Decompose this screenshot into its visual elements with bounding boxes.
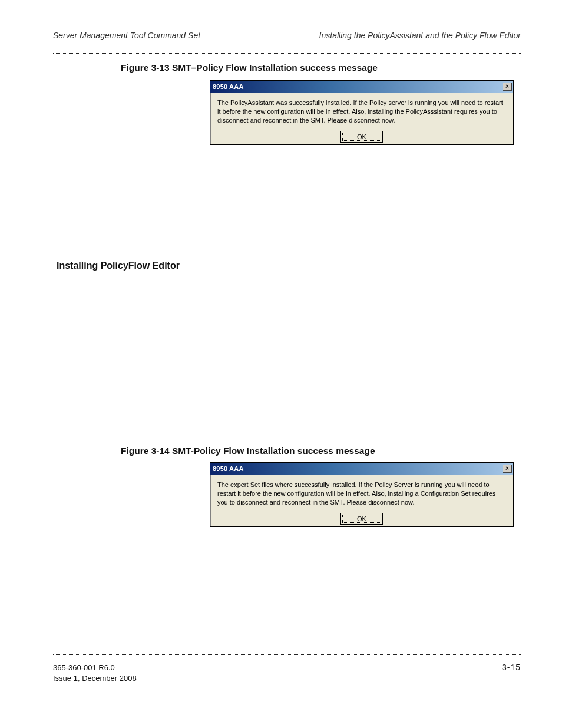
close-icon[interactable]: × bbox=[503, 465, 512, 473]
doc-issue: Issue 1, December 2008 bbox=[53, 673, 137, 684]
doc-id: 365-360-001 R6.0 bbox=[53, 663, 137, 673]
dialog-message: The expert Set files where successfully … bbox=[210, 475, 513, 510]
figure-caption-3-13: Figure 3-13 SMT–Policy Flow Installation… bbox=[121, 62, 378, 73]
header-right: Installing the PolicyAssistant and the P… bbox=[319, 31, 521, 40]
close-icon[interactable]: × bbox=[503, 83, 512, 91]
ok-button[interactable]: OK bbox=[340, 131, 383, 143]
header-rule bbox=[53, 53, 521, 54]
header-left: Server Management Tool Command Set bbox=[53, 31, 200, 40]
dialog-titlebar: 8950 AAA × bbox=[210, 463, 513, 475]
page: Server Management Tool Command Set Insta… bbox=[0, 0, 562, 728]
dialog-message: The PolicyAssistant was successfully ins… bbox=[210, 93, 513, 129]
section-heading: Installing PolicyFlow Editor bbox=[57, 261, 180, 271]
dialog-titlebar: 8950 AAA × bbox=[210, 81, 513, 93]
dialog-success-3-13: 8950 AAA × The PolicyAssistant was succe… bbox=[210, 80, 514, 145]
running-header: Server Management Tool Command Set Insta… bbox=[53, 31, 521, 40]
dialog-title: 8950 AAA bbox=[213, 83, 244, 90]
figure-caption-3-14: Figure 3-14 SMT-Policy Flow Installation… bbox=[121, 446, 375, 456]
dialog-button-row: OK bbox=[210, 510, 513, 529]
dialog-success-3-14: 8950 AAA × The expert Set files where su… bbox=[210, 462, 514, 527]
footer-rule bbox=[53, 654, 521, 655]
dialog-title: 8950 AAA bbox=[213, 465, 244, 472]
ok-button[interactable]: OK bbox=[340, 513, 383, 525]
running-footer: 365-360-001 R6.0 Issue 1, December 2008 … bbox=[53, 663, 521, 683]
page-number: 3-15 bbox=[502, 663, 521, 672]
footer-left: 365-360-001 R6.0 Issue 1, December 2008 bbox=[53, 663, 137, 683]
dialog-button-row: OK bbox=[210, 129, 513, 147]
